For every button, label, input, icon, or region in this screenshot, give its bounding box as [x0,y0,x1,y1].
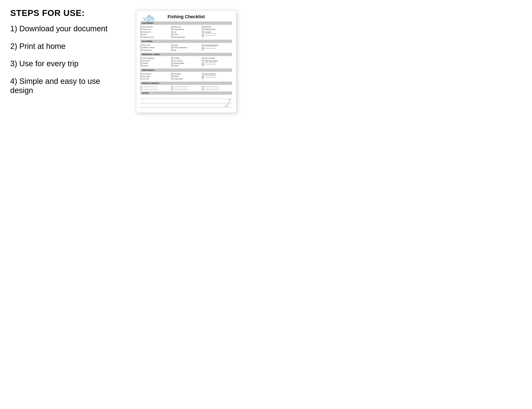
equipment-col1: Rod and Reel Tackle Box Fishing Net Plie… [140,26,171,38]
checkbox[interactable] [202,89,204,90]
checkbox[interactable] [140,36,142,38]
step-2-label: 2) Print at home [10,42,66,50]
misc-item [202,86,232,88]
checkbox[interactable] [202,34,204,35]
checkbox[interactable] [171,65,173,66]
misc-item [171,86,201,88]
checkbox[interactable] [202,26,204,28]
list-item: Sun Glasses [171,60,201,62]
checkbox[interactable] [140,26,142,28]
list-item: Fishing License [140,36,171,38]
personal-col2: Lip Balm Sun Glasses Drinking Water Towe… [171,57,201,67]
checkbox[interactable] [140,62,142,64]
checkbox[interactable] [202,73,204,75]
checkbox[interactable] [140,75,142,77]
list-item: Sunscreen [140,60,171,62]
list-item: Pliers [140,33,171,36]
list-item: Fishing Vest [140,49,171,52]
list-item: Tackle Box [140,28,171,31]
checkbox[interactable] [140,78,142,80]
checkbox[interactable] [140,28,142,30]
checkbox[interactable] [140,57,142,59]
checkbox[interactable] [171,49,173,51]
list-item: Measuring Tape [171,36,201,38]
list-item: Jacket [171,44,201,46]
list-item: Insect Repellant [140,57,171,59]
step-4-label: 4) Simple and easy to use design [10,77,100,95]
list-item: Weighing Scale [202,28,232,31]
misc-item [140,88,171,90]
checkbox[interactable] [202,28,204,30]
emergency-col1: First Aid Kit Duct Tape Life Vest [140,73,171,80]
list-item: Compass [202,31,232,33]
checkbox[interactable] [140,89,142,90]
note-line [140,104,232,108]
checkbox[interactable] [202,44,204,46]
list-item: Life Vest [140,78,171,80]
list-item: Rain Gear [140,44,171,46]
notes-header: NOTES [140,91,232,95]
checkbox[interactable] [140,47,142,48]
checkbox[interactable] [171,89,173,90]
checkbox[interactable] [140,73,142,75]
checkbox[interactable] [202,62,204,64]
checkbox[interactable] [202,60,204,62]
checkbox[interactable] [202,48,204,50]
checkbox[interactable] [140,86,142,88]
step-1: 1) Download your document [10,24,108,34]
list-item: Flashlight [171,73,201,75]
checkbox[interactable] [171,75,173,77]
step-2: 2) Print at home [10,42,108,51]
checkbox[interactable] [202,57,204,59]
list-item: Hand Sanitizer [202,57,232,59]
checkbox[interactable] [171,36,173,38]
checkbox[interactable] [171,62,173,64]
list-item: Spare Batteries [202,73,232,75]
note-line [140,100,232,103]
checkbox[interactable] [171,60,173,62]
misc-item [171,88,201,90]
checkbox[interactable] [140,49,142,51]
personal-header: PERSONAL ITEMS [140,53,232,56]
emergency-col3: Spare Batteries [202,73,232,80]
checkbox[interactable] [140,34,142,35]
personal-col3: Hand Sanitizer Toilet Paper/Wipes [202,57,232,67]
step-3-label: 3) Use for every trip [10,59,79,68]
list-item: Towels [171,65,201,67]
checkbox[interactable] [171,78,173,80]
list-item [202,64,232,66]
list-item: First Aid Kit [140,73,171,75]
personal-col1: Insect Repellant Sunscreen Snacks Camera [140,57,171,67]
checkbox[interactable] [171,31,173,33]
clothing-body: Rain Gear Waders or Boots Fishing Vest J… [140,44,232,52]
notes-body [140,96,232,108]
checkbox[interactable] [171,34,173,35]
checkbox[interactable] [202,47,204,48]
checkbox[interactable] [202,86,204,88]
checkbox[interactable] [202,64,204,66]
checkbox[interactable] [202,75,204,77]
checkbox[interactable] [171,28,173,30]
misc-body [140,86,232,90]
checkbox[interactable] [171,26,173,28]
equipment-body: Rod and Reel Tackle Box Fishing Net Plie… [140,26,232,38]
checkbox[interactable] [140,65,142,66]
checkbox[interactable] [171,73,173,75]
list-item: Bait/Lures [171,26,201,28]
checkbox[interactable] [171,47,173,48]
misc-header: MISCELLANEOUS [140,82,232,85]
checkbox[interactable] [202,77,204,79]
checkbox[interactable] [140,31,142,33]
checkbox[interactable] [202,35,204,37]
checkbox[interactable] [202,31,204,33]
checkbox[interactable] [171,86,173,88]
checkbox[interactable] [171,44,173,46]
equipment-col3: Map/GPS Weighing Scale Compass [202,26,232,38]
checkbox[interactable] [140,44,142,46]
list-item [202,48,232,50]
step-3: 3) Use for every trip [10,59,108,68]
clothing-col1: Rain Gear Waders or Boots Fishing Vest [140,44,171,52]
checklist-document: 🐟 Fishing Checklist EQUIPMENT Rod and Re… [136,10,236,113]
checkbox[interactable] [140,60,142,62]
checkbox[interactable] [171,57,173,59]
